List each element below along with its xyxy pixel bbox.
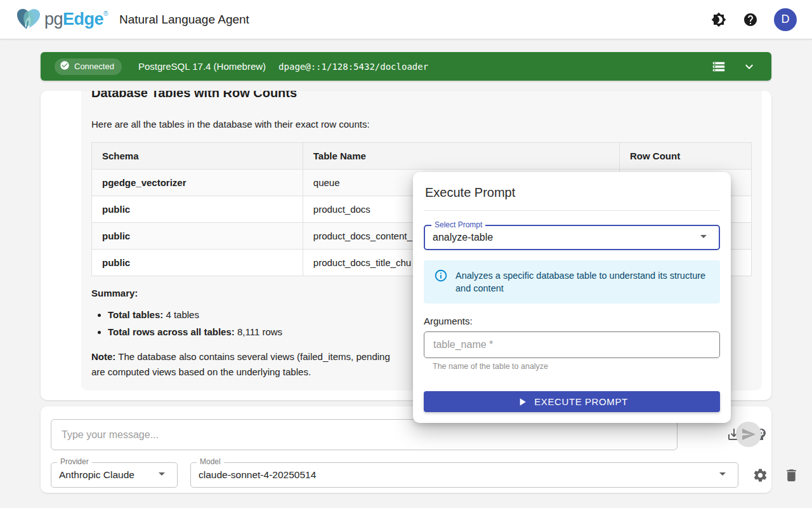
- prompt-description: Analyzes a specific database table to un…: [455, 269, 710, 295]
- connection-status-label: Connected: [74, 62, 114, 71]
- execute-prompt-dialog: Execute Prompt Select Prompt analyze-tab…: [413, 172, 731, 423]
- send-icon: [741, 427, 756, 442]
- delete-icon[interactable]: [783, 467, 799, 483]
- chevron-down-icon: [696, 229, 711, 246]
- pgedge-logo-text: pgEdge®: [44, 10, 108, 29]
- check-circle-icon: [60, 60, 70, 72]
- column-header-schema: Schema: [92, 143, 303, 170]
- chevron-down-icon: [154, 466, 169, 484]
- provider-select[interactable]: Provider Anthropic Claude: [51, 462, 178, 488]
- table-name-helper-text: The name of the table to analyze: [433, 362, 720, 371]
- connection-bar: Connected PostgreSQL 17.4 (Homebrew) dpa…: [41, 52, 771, 81]
- column-header-table-name: Table Name: [303, 143, 619, 170]
- collapse-chevron-icon[interactable]: [741, 58, 757, 75]
- connection-string: dpage@::1/128:5432/docloader: [278, 62, 428, 72]
- model-select-label: Model: [197, 457, 224, 466]
- send-button[interactable]: [736, 422, 761, 447]
- execute-prompt-button[interactable]: EXECUTE PROMPT: [424, 391, 720, 412]
- pgedge-logo: pgEdge®: [15, 6, 108, 34]
- pgedge-logo-icon: [15, 6, 43, 34]
- model-select-value: claude-sonnet-4-20250514: [199, 469, 316, 481]
- help-icon[interactable]: [742, 11, 759, 28]
- message-heading: Database Tables with Row Counts: [91, 91, 752, 101]
- column-header-row-count: Row Count: [619, 143, 751, 170]
- settings-icon[interactable]: [752, 467, 768, 483]
- prompt-select-label: Select Prompt: [431, 220, 485, 229]
- provider-select-value: Anthropic Claude: [59, 469, 134, 481]
- table-name-input[interactable]: [424, 331, 720, 358]
- arguments-label: Arguments:: [424, 316, 720, 326]
- prompt-select-value: analyze-table: [433, 232, 493, 243]
- server-version: PostgreSQL 17.4 (Homebrew): [138, 61, 266, 72]
- chevron-down-icon: [715, 466, 730, 484]
- dark-mode-toggle-icon[interactable]: [710, 11, 727, 28]
- info-icon: [434, 269, 448, 286]
- storage-icon[interactable]: [710, 58, 727, 75]
- prompt-info-alert: Analyzes a specific database table to un…: [424, 260, 720, 304]
- dialog-title: Execute Prompt: [424, 172, 720, 210]
- table-cell: public: [92, 223, 303, 250]
- model-select[interactable]: Model claude-sonnet-4-20250514: [190, 462, 738, 488]
- table-cell: public: [92, 250, 303, 276]
- dialog-divider: [424, 210, 720, 211]
- connection-status-badge: Connected: [55, 58, 122, 75]
- play-arrow-icon: [516, 396, 528, 408]
- message-input[interactable]: [51, 419, 678, 450]
- table-header-row: Schema Table Name Row Count: [92, 143, 752, 170]
- user-avatar[interactable]: D: [774, 8, 797, 31]
- page-title: Natural Language Agent: [119, 13, 249, 27]
- prompt-select[interactable]: Select Prompt analyze-table: [424, 225, 720, 250]
- table-cell: pgedge_vectorizer: [92, 170, 303, 196]
- table-cell: public: [92, 196, 303, 223]
- message-intro: Here are all the tables in the database …: [91, 117, 752, 131]
- provider-select-label: Provider: [57, 457, 92, 466]
- app-header: pgEdge® Natural Language Agent D: [0, 0, 812, 39]
